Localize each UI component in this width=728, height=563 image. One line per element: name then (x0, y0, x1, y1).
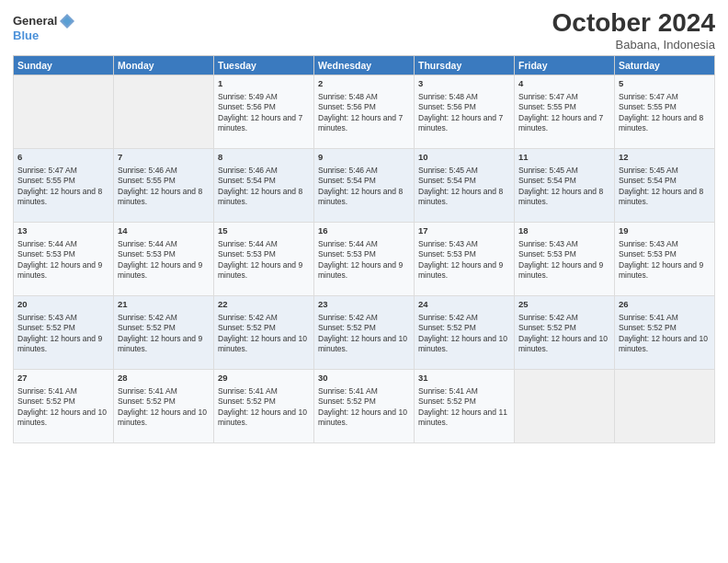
daylight-text: Daylight: 12 hours and 7 minutes. (418, 113, 503, 132)
table-row: 13Sunrise: 5:44 AMSunset: 5:53 PMDayligh… (14, 222, 114, 295)
day-number: 14 (118, 225, 210, 237)
day-number: 20 (17, 299, 109, 311)
daylight-text: Daylight: 12 hours and 11 minutes. (418, 408, 507, 427)
sunrise-text: Sunrise: 5:41 AM (619, 313, 678, 322)
daylight-text: Daylight: 12 hours and 10 minutes. (218, 408, 307, 427)
table-row (114, 75, 214, 148)
sunset-text: Sunset: 5:53 PM (518, 249, 576, 259)
month-title: October 2024 (552, 9, 715, 38)
day-number: 16 (318, 225, 410, 237)
sunset-text: Sunset: 5:52 PM (318, 323, 376, 332)
day-number: 13 (17, 225, 109, 237)
sunrise-text: Sunrise: 5:42 AM (218, 313, 278, 322)
sunrise-text: Sunrise: 5:42 AM (118, 313, 177, 322)
sunrise-text: Sunrise: 5:47 AM (17, 166, 77, 175)
sunset-text: Sunset: 5:55 PM (17, 176, 75, 185)
logo-icon (59, 13, 75, 29)
table-row: 18Sunrise: 5:43 AMSunset: 5:53 PMDayligh… (515, 222, 615, 295)
sunrise-text: Sunrise: 5:44 AM (218, 239, 278, 248)
table-row: 14Sunrise: 5:44 AMSunset: 5:53 PMDayligh… (114, 222, 214, 295)
table-row: 4Sunrise: 5:47 AMSunset: 5:55 PMDaylight… (515, 75, 615, 148)
logo: General Blue (13, 13, 75, 42)
table-row: 27Sunrise: 5:41 AMSunset: 5:52 PMDayligh… (14, 369, 114, 442)
sunrise-text: Sunrise: 5:43 AM (518, 239, 578, 248)
sunset-text: Sunset: 5:53 PM (619, 249, 677, 259)
table-row (14, 75, 114, 148)
table-row: 9Sunrise: 5:46 AMSunset: 5:54 PMDaylight… (314, 148, 415, 222)
daylight-text: Daylight: 12 hours and 10 minutes. (518, 334, 608, 353)
daylight-text: Daylight: 12 hours and 10 minutes. (318, 334, 407, 353)
daylight-text: Daylight: 12 hours and 10 minutes. (619, 334, 708, 353)
daylight-text: Daylight: 12 hours and 8 minutes. (518, 187, 603, 206)
calendar-week-row: 13Sunrise: 5:44 AMSunset: 5:53 PMDayligh… (14, 222, 715, 295)
daylight-text: Daylight: 12 hours and 8 minutes. (17, 187, 102, 206)
sunrise-text: Sunrise: 5:45 AM (619, 166, 678, 175)
daylight-text: Daylight: 12 hours and 9 minutes. (17, 334, 102, 353)
calendar-table: Sunday Monday Tuesday Wednesday Thursday… (13, 55, 715, 443)
calendar-header-row: Sunday Monday Tuesday Wednesday Thursday… (14, 55, 715, 75)
daylight-text: Daylight: 12 hours and 9 minutes. (619, 260, 703, 280)
sunset-text: Sunset: 5:54 PM (619, 176, 677, 185)
table-row: 24Sunrise: 5:42 AMSunset: 5:52 PMDayligh… (415, 295, 515, 369)
table-row: 5Sunrise: 5:47 AMSunset: 5:55 PMDaylight… (615, 75, 715, 148)
sunset-text: Sunset: 5:52 PM (218, 323, 276, 332)
table-row: 12Sunrise: 5:45 AMSunset: 5:54 PMDayligh… (615, 148, 715, 222)
col-tuesday: Tuesday (214, 55, 314, 75)
sunrise-text: Sunrise: 5:41 AM (17, 386, 77, 396)
daylight-text: Daylight: 12 hours and 8 minutes. (118, 187, 202, 206)
table-row: 21Sunrise: 5:42 AMSunset: 5:52 PMDayligh… (114, 295, 214, 369)
calendar-week-row: 1Sunrise: 5:49 AMSunset: 5:56 PMDaylight… (14, 75, 715, 148)
daylight-text: Daylight: 12 hours and 9 minutes. (518, 260, 603, 280)
table-row: 17Sunrise: 5:43 AMSunset: 5:53 PMDayligh… (415, 222, 515, 295)
sunrise-text: Sunrise: 5:47 AM (518, 92, 578, 101)
day-number: 7 (118, 152, 210, 164)
sunrise-text: Sunrise: 5:44 AM (17, 239, 77, 248)
sunrise-text: Sunrise: 5:46 AM (318, 166, 378, 175)
sunset-text: Sunset: 5:52 PM (619, 323, 677, 332)
logo-general: General (13, 15, 57, 28)
table-row: 7Sunrise: 5:46 AMSunset: 5:55 PMDaylight… (114, 148, 214, 222)
table-row: 6Sunrise: 5:47 AMSunset: 5:55 PMDaylight… (14, 148, 114, 222)
day-number: 3 (418, 78, 510, 90)
table-row: 16Sunrise: 5:44 AMSunset: 5:53 PMDayligh… (314, 222, 415, 295)
table-row: 28Sunrise: 5:41 AMSunset: 5:52 PMDayligh… (114, 369, 214, 442)
sunset-text: Sunset: 5:56 PM (418, 102, 476, 111)
sunrise-text: Sunrise: 5:43 AM (17, 313, 77, 322)
sunrise-text: Sunrise: 5:42 AM (418, 313, 478, 322)
day-number: 10 (418, 152, 510, 164)
sunrise-text: Sunrise: 5:44 AM (318, 239, 378, 248)
col-wednesday: Wednesday (314, 55, 415, 75)
day-number: 18 (518, 225, 610, 237)
table-row: 31Sunrise: 5:41 AMSunset: 5:52 PMDayligh… (415, 369, 515, 442)
calendar-week-row: 27Sunrise: 5:41 AMSunset: 5:52 PMDayligh… (14, 369, 715, 442)
sunset-text: Sunset: 5:54 PM (218, 176, 276, 185)
location-title: Babana, Indonesia (552, 38, 715, 52)
sunrise-text: Sunrise: 5:41 AM (418, 386, 478, 396)
table-row: 2Sunrise: 5:48 AMSunset: 5:56 PMDaylight… (314, 75, 415, 148)
day-number: 5 (619, 78, 711, 90)
daylight-text: Daylight: 12 hours and 8 minutes. (418, 187, 503, 206)
sunset-text: Sunset: 5:56 PM (318, 102, 376, 111)
day-number: 26 (619, 299, 711, 311)
sunrise-text: Sunrise: 5:42 AM (518, 313, 578, 322)
col-thursday: Thursday (415, 55, 515, 75)
table-row: 23Sunrise: 5:42 AMSunset: 5:52 PMDayligh… (314, 295, 415, 369)
sunrise-text: Sunrise: 5:46 AM (218, 166, 278, 175)
sunset-text: Sunset: 5:52 PM (17, 323, 75, 332)
col-friday: Friday (515, 55, 615, 75)
daylight-text: Daylight: 12 hours and 8 minutes. (218, 187, 302, 206)
daylight-text: Daylight: 12 hours and 9 minutes. (318, 260, 403, 280)
table-row: 26Sunrise: 5:41 AMSunset: 5:52 PMDayligh… (615, 295, 715, 369)
table-row: 25Sunrise: 5:42 AMSunset: 5:52 PMDayligh… (515, 295, 615, 369)
sunset-text: Sunset: 5:53 PM (218, 249, 276, 259)
table-row (615, 369, 715, 442)
table-row: 3Sunrise: 5:48 AMSunset: 5:56 PMDaylight… (415, 75, 515, 148)
daylight-text: Daylight: 12 hours and 7 minutes. (318, 113, 403, 132)
daylight-text: Daylight: 12 hours and 9 minutes. (118, 260, 202, 280)
title-block: October 2024 Babana, Indonesia (552, 9, 715, 52)
daylight-text: Daylight: 12 hours and 7 minutes. (518, 113, 603, 132)
daylight-text: Daylight: 12 hours and 10 minutes. (118, 408, 207, 427)
sunset-text: Sunset: 5:53 PM (318, 249, 376, 259)
table-row: 19Sunrise: 5:43 AMSunset: 5:53 PMDayligh… (615, 222, 715, 295)
sunrise-text: Sunrise: 5:47 AM (619, 92, 678, 101)
